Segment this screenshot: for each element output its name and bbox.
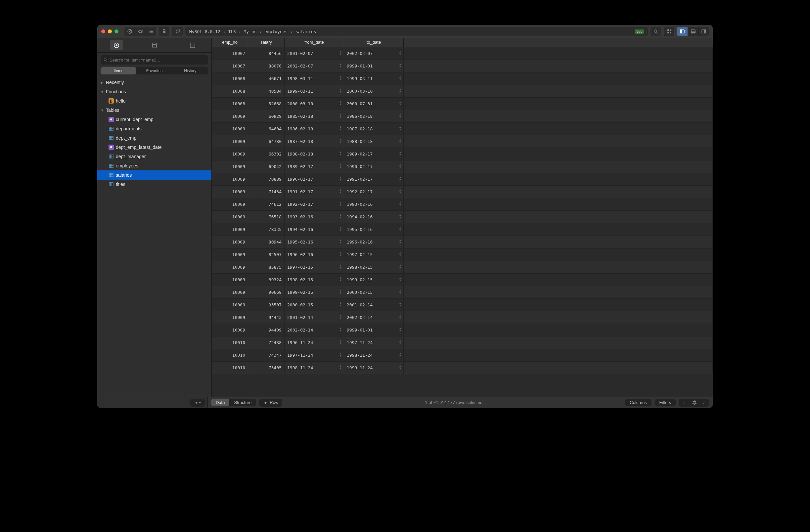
- cell-from_date[interactable]: 1999-02-15▲▼: [285, 286, 344, 299]
- cell-emp_no[interactable]: 10009: [212, 223, 248, 236]
- cell-from_date[interactable]: 1988-02-18▲▼: [285, 148, 344, 160]
- cell-from_date[interactable]: 1990-02-17▲▼: [285, 173, 344, 185]
- table-row[interactable]: 10010754051998-11-24▲▼1999-11-24▲▼: [212, 361, 713, 374]
- stepper-icon[interactable]: ▲▼: [340, 176, 343, 183]
- tree-group-tables[interactable]: ▼Tables: [97, 106, 211, 115]
- cell-emp_no[interactable]: 10008: [212, 85, 248, 97]
- table-row[interactable]: 10009708891990-02-17▲▼1991-02-17▲▼: [212, 173, 713, 186]
- tree-item-dept_emp_latest_date[interactable]: dept_emp_latest_date: [97, 143, 211, 152]
- cell-emp_no[interactable]: 10009: [212, 135, 248, 148]
- stepper-icon[interactable]: ▲▼: [340, 302, 343, 308]
- sidebar-tab-sql[interactable]: SQL: [186, 41, 199, 50]
- stepper-icon[interactable]: ▲▼: [399, 189, 403, 195]
- stepper-icon[interactable]: ▲▼: [399, 201, 403, 208]
- list-button[interactable]: [146, 27, 156, 36]
- cell-from_date[interactable]: 1994-02-16▲▼: [285, 223, 344, 236]
- page-prev-button[interactable]: ‹: [679, 399, 689, 407]
- stepper-icon[interactable]: ▲▼: [399, 88, 403, 95]
- cell-salary[interactable]: 60929: [248, 110, 285, 123]
- segment-history[interactable]: History: [173, 67, 208, 75]
- sidebar-search[interactable]: [101, 55, 208, 65]
- stepper-icon[interactable]: ▲▼: [340, 88, 343, 95]
- cell-to_date[interactable]: 1988-02-18▲▼: [344, 135, 404, 148]
- stepper-icon[interactable]: ▲▼: [340, 138, 343, 145]
- cell-to_date[interactable]: 1999-11-24▲▼: [344, 361, 404, 374]
- cell-to_date[interactable]: 1995-02-16▲▼: [344, 223, 404, 236]
- tree-group-functions[interactable]: ▼Functions: [97, 87, 211, 96]
- cell-salary[interactable]: 94409: [248, 324, 285, 336]
- columns-button[interactable]: Columns: [625, 399, 651, 406]
- panel-right-button[interactable]: [698, 27, 709, 36]
- cell-from_date[interactable]: 2002-02-07▲▼: [285, 60, 344, 72]
- cell-salary[interactable]: 89324: [248, 274, 285, 286]
- stepper-icon[interactable]: ▲▼: [340, 50, 343, 57]
- cell-to_date[interactable]: 1991-02-17▲▼: [344, 173, 404, 185]
- stepper-icon[interactable]: ▲▼: [399, 176, 403, 183]
- cell-salary[interactable]: 72488: [248, 337, 285, 349]
- search-button[interactable]: [650, 27, 661, 36]
- stepper-icon[interactable]: ▲▼: [399, 214, 403, 220]
- tree-item-departments[interactable]: departments: [97, 124, 211, 133]
- cell-from_date[interactable]: 2000-02-15▲▼: [285, 299, 344, 311]
- table-row[interactable]: 10009646041986-02-18▲▼1987-02-18▲▼: [212, 123, 713, 135]
- stepper-icon[interactable]: ▲▼: [340, 264, 343, 271]
- cell-from_date[interactable]: 1995-02-16▲▼: [285, 236, 344, 248]
- table-row[interactable]: 10009765181993-02-16▲▼1994-02-16▲▼: [212, 211, 713, 223]
- cell-emp_no[interactable]: 10009: [212, 248, 248, 261]
- cell-salary[interactable]: 94443: [248, 311, 285, 324]
- stepper-icon[interactable]: ▲▼: [340, 151, 343, 158]
- cell-salary[interactable]: 85875: [248, 261, 285, 273]
- cell-to_date[interactable]: 1986-02-18▲▼: [344, 110, 404, 123]
- stepper-icon[interactable]: ▲▼: [340, 277, 343, 283]
- stepper-icon[interactable]: ▲▼: [399, 226, 403, 233]
- cell-emp_no[interactable]: 10009: [212, 186, 248, 198]
- tree-item-dept_emp[interactable]: dept_emp: [97, 133, 211, 143]
- stepper-icon[interactable]: ▲▼: [340, 314, 343, 321]
- cell-from_date[interactable]: 1997-02-15▲▼: [285, 261, 344, 273]
- cell-from_date[interactable]: 1998-02-15▲▼: [285, 274, 344, 286]
- stepper-icon[interactable]: ▲▼: [340, 226, 343, 233]
- table-row[interactable]: 10009858751997-02-15▲▼1998-02-15▲▼: [212, 261, 713, 274]
- tree-item-dept_manager[interactable]: dept_manager: [97, 152, 211, 161]
- cell-salary[interactable]: 52668: [248, 98, 285, 110]
- stepper-icon[interactable]: ▲▼: [340, 339, 343, 346]
- cell-salary[interactable]: 46671: [248, 72, 285, 85]
- table-row[interactable]: 10009783351994-02-16▲▼1995-02-16▲▼: [212, 223, 713, 236]
- stepper-icon[interactable]: ▲▼: [340, 214, 343, 220]
- stepper-icon[interactable]: ▲▼: [340, 352, 343, 359]
- cell-emp_no[interactable]: 10009: [212, 324, 248, 336]
- sidebar-tab-database[interactable]: [148, 41, 161, 50]
- cell-from_date[interactable]: 1998-11-24▲▼: [285, 361, 344, 374]
- cell-from_date[interactable]: 1986-02-18▲▼: [285, 123, 344, 135]
- view-mode-structure[interactable]: Structure: [229, 399, 256, 406]
- cell-salary[interactable]: 70889: [248, 173, 285, 185]
- page-next-button[interactable]: ›: [699, 399, 709, 407]
- filters-button[interactable]: Filters: [655, 399, 676, 406]
- stepper-icon[interactable]: ▲▼: [340, 100, 343, 107]
- stepper-icon[interactable]: ▲▼: [340, 189, 343, 195]
- sidebar-tab-connection[interactable]: [110, 41, 123, 50]
- cell-from_date[interactable]: 1996-02-16▲▼: [285, 248, 344, 261]
- stepper-icon[interactable]: ▲▼: [399, 63, 403, 69]
- cell-to_date[interactable]: 2002-02-14▲▼: [344, 311, 404, 324]
- cell-salary[interactable]: 74347: [248, 349, 285, 361]
- stepper-icon[interactable]: ▲▼: [340, 239, 343, 245]
- cell-from_date[interactable]: 1989-02-17▲▼: [285, 160, 344, 173]
- stepper-icon[interactable]: ▲▼: [340, 126, 343, 132]
- cell-from_date[interactable]: 1991-02-17▲▼: [285, 186, 344, 198]
- stepper-icon[interactable]: ▲▼: [399, 50, 403, 57]
- table-row[interactable]: 10007880702002-02-07▲▼9999-01-01▲▼: [212, 60, 713, 72]
- stepper-icon[interactable]: ▲▼: [399, 327, 403, 334]
- add-dropdown-button[interactable]: ＋ ▾: [190, 399, 205, 407]
- table-row[interactable]: 10009935072000-02-15▲▼2001-02-14▲▼: [212, 299, 713, 311]
- cell-emp_no[interactable]: 10009: [212, 123, 248, 135]
- view-mode-data[interactable]: Data: [211, 399, 229, 406]
- cell-from_date[interactable]: 1997-11-24▲▼: [285, 349, 344, 361]
- cell-emp_no[interactable]: 10009: [212, 236, 248, 248]
- table-body[interactable]: 10007844562001-02-07▲▼2002-02-07▲▼100078…: [212, 47, 713, 397]
- cell-from_date[interactable]: 2002-02-14▲▼: [285, 324, 344, 336]
- table-row[interactable]: 10009944092002-02-14▲▼9999-01-01▲▼: [212, 324, 713, 337]
- stepper-icon[interactable]: ▲▼: [340, 113, 343, 120]
- stepper-icon[interactable]: ▲▼: [340, 201, 343, 208]
- grid-button[interactable]: [664, 27, 674, 36]
